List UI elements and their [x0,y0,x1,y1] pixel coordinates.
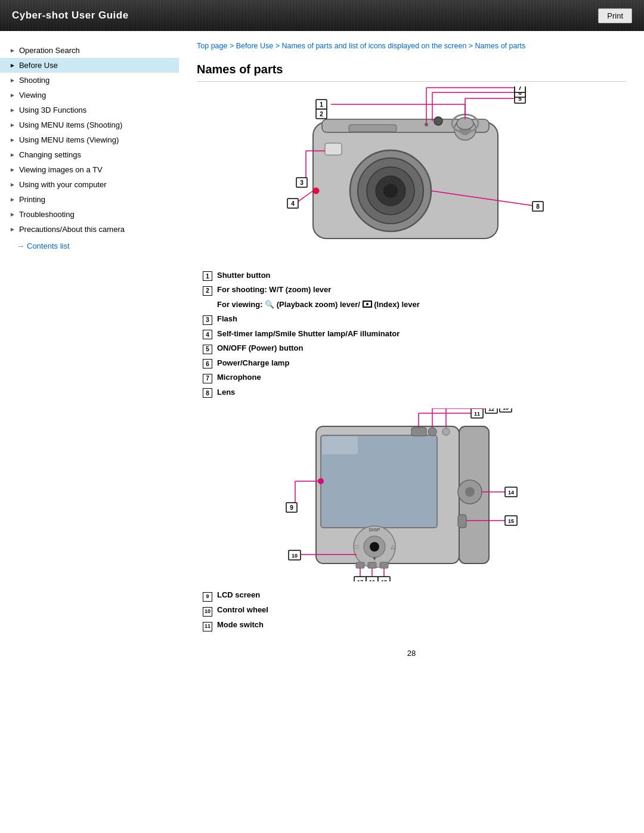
part-num-6: 6 [203,359,212,368]
svg-text:4: 4 [291,200,295,207]
part-desc-11: Mode switch [217,619,264,631]
svg-rect-65 [368,562,376,568]
svg-rect-56 [458,515,466,528]
svg-line-40 [296,191,313,203]
sidebar-label: Changing settings [19,150,81,159]
sidebar-item-shooting[interactable]: ► Shooting [0,73,179,88]
sidebar-item-menu-shooting[interactable]: ► Using MENU items (Shooting) [0,117,179,132]
svg-rect-66 [380,562,388,568]
arrow-icon: ► [10,47,16,54]
svg-text:18: 18 [381,579,387,581]
arrow-icon: ► [10,196,16,203]
part-num-5: 5 [203,345,212,354]
svg-point-15 [313,188,319,194]
sidebar-item-using-computer[interactable]: ► Using with your computer [0,177,179,192]
arrow-icon: ► [10,122,16,128]
part-num-4: 4 [203,330,212,339]
camera-back-diagram: DISP □ △ ▼ 9 10 [197,408,626,583]
arrow-icon: ► [10,77,16,83]
camera-front-diagram: 1 5 6 7 2 [197,86,626,261]
part-item-6: 6 Power/Charge lamp [203,357,626,369]
sidebar-label: Precautions/About this camera [19,225,125,234]
svg-text:1: 1 [320,101,323,108]
page-number: 28 [197,649,626,658]
sidebar-item-troubleshooting[interactable]: ► Troubleshooting [0,207,179,222]
part-num-2: 2 [203,286,212,296]
arrow-icon: ► [10,166,16,173]
part-num-3: 3 [203,315,212,325]
part-desc-4: Self-timer lamp/Smile Shutter lamp/AF il… [217,328,400,340]
sidebar-label: Using MENU items (Shooting) [19,120,122,129]
svg-rect-50 [411,428,426,436]
svg-text:3: 3 [300,179,304,186]
svg-point-51 [428,428,436,436]
svg-rect-64 [356,562,364,568]
part-item-10: 10 Control wheel [203,604,626,616]
sidebar-label: Using MENU items (Viewing) [19,135,119,144]
part-desc-5: ON/OFF (Power) button [217,342,303,354]
svg-text:△: △ [391,544,395,550]
sidebar-item-changing-settings[interactable]: ► Changing settings [0,147,179,162]
part-item-2: 2 For shooting: W/T (zoom) lever [203,284,626,296]
svg-text:10: 10 [292,553,298,559]
sidebar-item-before-use[interactable]: ► Before Use [0,58,179,73]
svg-text:9: 9 [290,504,293,511]
part-num-8: 8 [203,388,212,398]
breadcrumb-text: Top page > Before Use > Names of parts a… [197,42,525,50]
sidebar-item-viewing-tv[interactable]: ► Viewing images on a TV [0,162,179,177]
svg-text:15: 15 [508,518,514,524]
sidebar-item-menu-viewing[interactable]: ► Using MENU items (Viewing) [0,132,179,147]
arrow-icon: ► [10,181,16,188]
camera-back-svg: DISP □ △ ▼ 9 10 [268,408,555,581]
part-item-11: 11 Mode switch [203,619,626,631]
svg-point-6 [383,184,398,198]
part-num-10: 10 [203,607,212,617]
svg-text:□: □ [355,544,358,550]
part-item-2b: For viewing: 🔍 (Playback zoom) lever/ (I… [203,299,626,311]
part-desc-2: For shooting: W/T (zoom) lever [217,284,331,296]
contents-list-link[interactable]: → Contents list [0,237,179,253]
sidebar-item-precautions[interactable]: ► Precautions/About this camera [0,222,179,237]
sidebar-item-viewing[interactable]: ► Viewing [0,88,179,103]
sidebar-item-using-3d[interactable]: ► Using 3D Functions [0,103,179,117]
parts-list-front: 1 Shutter button 2 For shooting: W/T (zo… [197,270,626,398]
sidebar: ► Operation Search ► Before Use ► Shooti… [0,31,179,265]
svg-rect-8 [349,125,397,132]
content-area: Top page > Before Use > Names of parts a… [179,31,644,676]
svg-text:12: 12 [488,408,494,412]
svg-rect-7 [325,143,342,155]
arrow-icon: ► [10,226,16,233]
svg-point-59 [370,542,379,552]
part-desc-1: Shutter button [217,270,271,281]
sidebar-label: Viewing images on a TV [19,165,103,174]
svg-text:16: 16 [369,579,375,581]
arrow-right-icon: → [17,241,24,250]
part-item-4: 4 Self-timer lamp/Smile Shutter lamp/AF … [203,328,626,340]
svg-text:7: 7 [518,86,522,91]
svg-text:8: 8 [536,203,540,210]
sidebar-label: Before Use [19,61,58,70]
part-desc-7: Microphone [217,371,261,383]
sidebar-label: Using 3D Functions [19,106,86,114]
print-button[interactable]: Print [598,8,632,23]
contents-list-label: Contents list [27,241,70,250]
part-desc-8: Lens [217,386,235,398]
part-desc-9: LCD screen [217,589,260,601]
svg-point-52 [442,428,450,435]
part-desc-3: Flash [217,313,237,325]
part-num-1: 1 [203,271,212,281]
svg-text:17: 17 [357,579,363,581]
sidebar-label: Printing [19,195,45,204]
part-item-3: 3 Flash [203,313,626,325]
part-item-8: 8 Lens [203,386,626,398]
svg-text:DISP: DISP [369,527,380,532]
sidebar-item-operation-search[interactable]: ► Operation Search [0,43,179,58]
svg-text:▼: ▼ [372,556,377,562]
sidebar-label: Shooting [19,76,49,85]
sidebar-label: Troubleshooting [19,210,75,219]
part-desc-10: Control wheel [217,604,268,616]
sidebar-item-printing[interactable]: ► Printing [0,192,179,207]
svg-point-54 [465,487,475,497]
part-item-9: 9 LCD screen [203,589,626,601]
svg-text:13: 13 [503,408,509,411]
